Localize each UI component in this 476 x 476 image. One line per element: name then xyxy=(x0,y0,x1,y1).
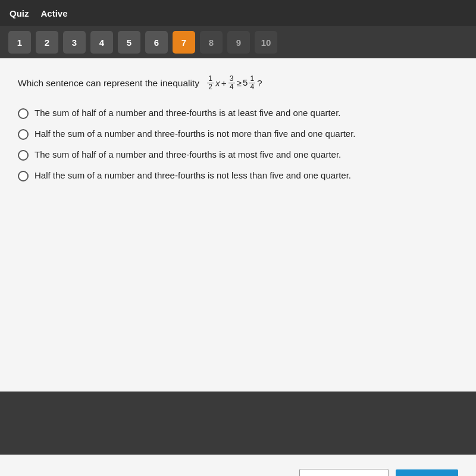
question-btn-2[interactable]: 2 xyxy=(36,31,58,54)
quiz-label: Quiz xyxy=(10,8,29,18)
question-number-bar: 1 2 3 4 5 6 7 8 9 10 xyxy=(0,26,476,58)
choice-2[interactable]: Half the sum of a number and three-fourt… xyxy=(18,129,458,140)
choice-1[interactable]: The sum of half of a number and three-fo… xyxy=(18,108,458,119)
mixed-number: 5 1 4 xyxy=(243,75,256,91)
question-btn-1[interactable]: 1 xyxy=(8,31,31,54)
radio-4[interactable] xyxy=(18,171,29,181)
question-btn-6[interactable]: 6 xyxy=(145,31,168,54)
save-exit-button[interactable]: Save and Exit xyxy=(299,469,389,476)
fraction-three-fourths: 3 4 xyxy=(228,75,235,91)
choice-3-label: The sum of half of a number and three-fo… xyxy=(35,149,341,159)
question-btn-5[interactable]: 5 xyxy=(118,31,140,54)
question-btn-4[interactable]: 4 xyxy=(90,31,113,54)
radio-1[interactable] xyxy=(18,108,29,119)
choice-2-label: Half the sum of a number and three-fourt… xyxy=(35,129,355,139)
bottom-right-buttons: Save and Exit Next xyxy=(299,469,458,476)
radio-3[interactable] xyxy=(18,150,29,161)
radio-2[interactable] xyxy=(18,129,29,140)
fraction-one-half: 1 2 xyxy=(207,75,214,91)
status-label: Active xyxy=(41,8,68,18)
question-intro: Which sentence can represent the inequal… xyxy=(18,76,199,90)
math-expression: 1 2 x + 3 4 ≥ 5 1 4 ? xyxy=(206,75,262,91)
question-btn-9[interactable]: 9 xyxy=(227,31,250,54)
main-content: Which sentence can represent the inequal… xyxy=(0,58,476,392)
top-bar: Quiz Active xyxy=(0,0,476,26)
choice-3[interactable]: The sum of half of a number and three-fo… xyxy=(18,149,458,161)
question-btn-7[interactable]: 7 xyxy=(173,31,195,54)
next-button[interactable]: Next xyxy=(396,469,458,476)
question-btn-10[interactable]: 10 xyxy=(255,31,277,54)
answer-choices: The sum of half of a number and three-fo… xyxy=(18,108,458,181)
question-btn-3[interactable]: 3 xyxy=(63,31,86,54)
question-btn-8[interactable]: 8 xyxy=(200,31,223,54)
content-wrapper: Which sentence can represent the inequal… xyxy=(0,58,476,476)
bottom-bar: Mark this and return Save and Exit Next xyxy=(0,455,476,476)
question-text: Which sentence can represent the inequal… xyxy=(18,75,458,91)
choice-1-label: The sum of half of a number and three-fo… xyxy=(35,108,340,118)
choice-4[interactable]: Half the sum of a number and three-fourt… xyxy=(18,170,458,181)
choice-4-label: Half the sum of a number and three-fourt… xyxy=(35,170,351,180)
